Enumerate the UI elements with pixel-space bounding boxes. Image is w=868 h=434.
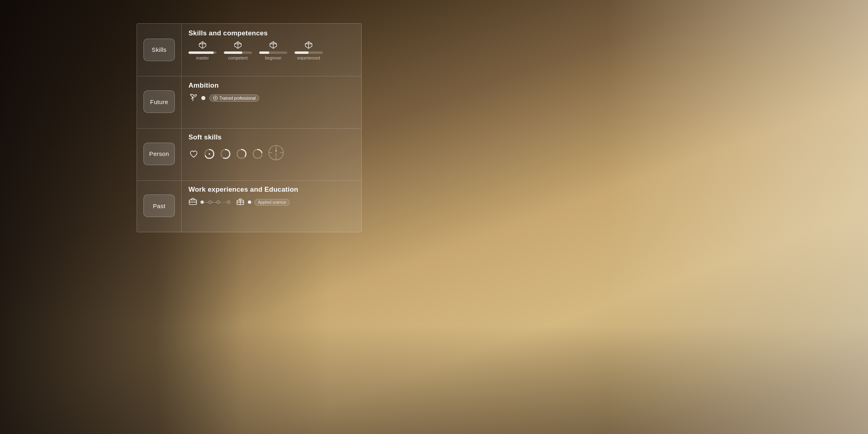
skill-bar-beginner: [259, 51, 287, 54]
timeline-dot-1: [201, 201, 204, 204]
ambition-title: Ambition: [188, 82, 355, 90]
nav-cell-person: Person: [137, 128, 181, 180]
soft-skill-ring-1: ●: [204, 148, 215, 160]
skills-content: Skills and competences master: [181, 24, 361, 76]
skill-label-experienced: experienced: [297, 56, 320, 60]
svg-marker-23: [275, 153, 277, 158]
profile-panel: Skills Skills and competences master: [137, 23, 362, 232]
past-button[interactable]: Past: [143, 194, 175, 217]
skill-master: master: [188, 41, 217, 60]
past-title: Work experiences and Education: [188, 186, 355, 194]
cube-icon-2: [233, 41, 242, 49]
soft-skill-ring-2: [220, 148, 231, 160]
divider-2: [137, 128, 361, 129]
divider-1: [137, 76, 361, 76]
nav-cell-skills: Skills: [137, 24, 181, 76]
skill-bar-fill-beginner: [259, 51, 269, 54]
timeline-dots: [201, 201, 230, 204]
past-row: Applied science: [188, 197, 355, 208]
timeline-dot-2: [209, 201, 212, 204]
nav-cell-past: Past: [137, 180, 181, 232]
soft-skill-ring-4: [252, 148, 263, 160]
nav-cell-future: Future: [137, 76, 181, 128]
past-content: Work experiences and Education: [181, 180, 361, 232]
skill-label-competent: competent: [228, 56, 248, 60]
svg-marker-22: [275, 148, 277, 153]
soft-skill-ring-3: [236, 148, 247, 160]
softskills-title: Soft skills: [188, 133, 355, 141]
timeline-line-1: [204, 202, 209, 203]
future-button[interactable]: Future: [143, 90, 175, 113]
soft-skills-row: ●: [188, 145, 355, 163]
skill-label-beginner: beginner: [265, 56, 282, 60]
ambition-dot: [201, 96, 205, 100]
person-button[interactable]: Person: [143, 143, 175, 165]
skills-button[interactable]: Skills: [143, 39, 175, 61]
compass-icon: [268, 145, 284, 163]
applied-science-badge: Applied science: [254, 199, 290, 206]
skill-bar-master: [188, 51, 217, 54]
timeline-dot-4: [227, 201, 230, 204]
skill-bar-experienced: [295, 51, 323, 54]
ambition-row: Trained professional: [188, 93, 355, 104]
sprout-icon: [188, 93, 197, 104]
skill-bar-fill-experienced: [295, 51, 309, 54]
skills-title: Skills and competences: [188, 29, 355, 37]
arrow-up-icon: [213, 96, 218, 100]
ambition-content: Ambition Trained professional: [181, 76, 361, 128]
scene-layer: [0, 0, 868, 434]
cube-icon-4: [304, 41, 313, 49]
briefcase-icon: [188, 197, 197, 208]
edu-dot: [248, 201, 251, 204]
timeline-dashed: [220, 202, 227, 203]
education-icon: [236, 197, 245, 208]
ring-dot-1: ●: [204, 148, 215, 160]
skill-beginner: beginner: [259, 41, 287, 60]
skill-experienced: experienced: [295, 41, 323, 60]
skill-label-master: master: [196, 56, 209, 60]
skill-bar-competent: [224, 51, 252, 54]
skill-competent: competent: [224, 41, 252, 60]
timeline-dot-3: [217, 201, 220, 204]
cube-icon-1: [198, 41, 207, 49]
timeline-line-2: [212, 202, 217, 203]
heart-icon: [188, 149, 199, 159]
trained-professional-badge: Trained professional: [209, 94, 259, 102]
skill-bar-fill-master: [188, 51, 214, 54]
cube-icon-3: [269, 41, 278, 49]
skill-bar-fill-competent: [224, 51, 242, 54]
skill-bars: master competent: [188, 41, 355, 60]
divider-3: [137, 180, 361, 181]
softskills-content: Soft skills ●: [181, 128, 361, 180]
